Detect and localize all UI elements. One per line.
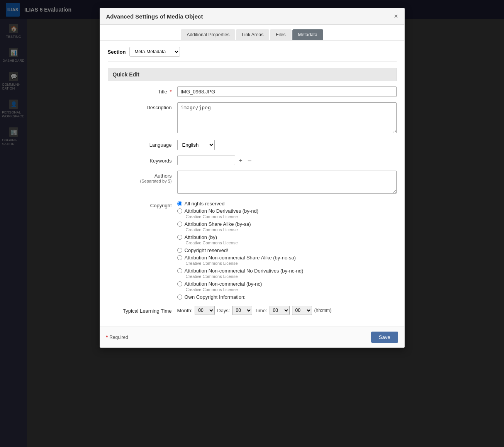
learning-time-row: Typical Learning Time Month: 00010203 04… [108,306,397,315]
tab-metadata[interactable]: Metadata [292,29,323,40]
copyright-label-by-sa: Attribution Share Alike (by-sa) [185,221,251,227]
copyright-radio-by-nc-sa[interactable] [177,255,182,260]
copyright-radio-by-nd[interactable] [177,208,182,213]
title-row: Title * [108,86,397,97]
copyright-control: All rights reserved Attribution No Deriv… [177,200,397,300]
copyright-option-by-nc-nd[interactable]: Attribution Non-commercial No Derivative… [177,268,397,274]
copyright-label-all-rights: All rights reserved [185,201,225,207]
copyright-label-by: Attribution (by) [185,234,217,240]
keyword-add-button[interactable]: + [238,157,244,164]
authors-sublabel: (Separated by $) [108,179,172,183]
required-star: * [106,335,108,340]
copyright-label-by-nd: Attribution No Derivatives (by-nd) [185,208,258,214]
copyright-option-all-rights[interactable]: All rights reserved [177,200,397,207]
title-required-star: * [168,89,172,95]
authors-label: Authors (Separated by $) [108,171,177,183]
authors-control [177,171,397,195]
copyright-option-by-nd[interactable]: Attribution No Derivatives (by-nd) [177,208,397,214]
modal-title: Advanced Settings of Media Object [106,13,203,20]
keyword-remove-button[interactable]: – [246,157,253,164]
copyright-sublabel-by-nc-sa: Creative Commons License [186,261,397,266]
language-row: Language English German French Spanish [108,140,397,150]
title-label: Title * [108,86,177,95]
copyright-radio-by-sa[interactable] [177,222,182,227]
copyright-radio-by-nc-nd[interactable] [177,268,182,273]
copyright-option-by-sa[interactable]: Attribution Share Alike (by-sa) [177,221,397,227]
description-control: image/jpeg [177,102,397,134]
copyright-option-by-nc-sa[interactable]: Attribution Non-commercial Share Alike (… [177,254,397,261]
required-note: * Required [106,335,128,340]
modal-dialog: Advanced Settings of Media Object × Addi… [100,8,405,348]
keywords-control: + – [177,156,397,165]
days-label: Days: [217,308,230,313]
authors-row: Authors (Separated by $) [108,171,397,195]
copyright-option-own[interactable]: Own Copyright Information: [177,294,397,300]
close-button[interactable]: × [394,13,398,20]
time-minutes-select[interactable]: 00051015 20253035 40455055 [292,306,312,315]
copyright-option-by-nc[interactable]: Attribution Non-commercial (by-nc) [177,281,397,287]
copyright-label: Copyright [108,200,177,208]
copyright-radio-group: All rights reserved Attribution No Deriv… [177,200,397,300]
learning-time-control: Month: 00010203 04050607 0809101112 Days… [177,306,397,315]
copyright-label-by-nc-nd: Attribution Non-commercial No Derivative… [185,268,304,274]
copyright-sublabel-by: Creative Commons License [186,240,397,245]
month-label: Month: [177,308,193,313]
copyright-radio-by[interactable] [177,235,182,240]
keywords-row: Keywords + – [108,156,397,165]
language-control: English German French Spanish [177,140,397,150]
time-hours-select[interactable]: 00010203 04050607 08091011 12131415 1617… [270,306,290,315]
learning-time-label: Typical Learning Time [108,306,177,314]
required-text: Required [109,335,128,340]
keyword-input[interactable] [177,156,235,165]
description-label: Description [108,102,177,110]
tab-link-areas[interactable]: Link Areas [236,29,269,40]
authors-textarea[interactable] [177,171,397,194]
section-label: Section [108,49,126,55]
modal-body: Section Meta-Metadata General Technical … [100,41,404,327]
section-row: Section Meta-Metadata General Technical [108,47,397,62]
keywords-label: Keywords [108,156,177,164]
copyright-sublabel-by-sa: Creative Commons License [186,227,397,232]
time-label: Time: [255,308,267,313]
copyright-sublabel-by-nc: Creative Commons License [186,287,397,292]
copyright-radio-by-nc[interactable] [177,281,182,286]
copyright-radio-own[interactable] [177,295,182,300]
tab-files[interactable]: Files [270,29,291,40]
copyright-radio-all-rights[interactable] [177,201,182,206]
days-select[interactable]: 00010203 04050607 080910 [232,306,252,315]
copyright-option-by[interactable]: Attribution (by) [177,234,397,240]
description-textarea[interactable]: image/jpeg [177,102,397,133]
save-button[interactable]: Save [371,332,398,343]
copyright-radio-reserved[interactable] [177,248,182,253]
tab-additional-properties[interactable]: Additional Properties [181,29,235,40]
month-select[interactable]: 00010203 04050607 0809101112 [195,306,215,315]
quick-edit-header: Quick Edit [108,68,397,81]
modal-backdrop: Advanced Settings of Media Object × Addi… [0,0,504,447]
time-hint: (hh:mm) [314,308,332,313]
modal-footer: * Required Save [100,327,404,347]
keywords-input-group: + – [177,156,397,165]
section-select[interactable]: Meta-Metadata General Technical [129,47,180,57]
copyright-sublabel-by-nc-nd: Creative Commons License [186,274,397,279]
description-row: Description image/jpeg [108,102,397,134]
copyright-row: Copyright All rights reserved Attributio… [108,200,397,300]
copyright-label-reserved: Copyright reserved! [185,247,228,253]
copyright-label-own: Own Copyright Information: [185,294,246,300]
language-label: Language [108,140,177,148]
copyright-label-by-nc: Attribution Non-commercial (by-nc) [185,281,262,287]
title-control [177,86,397,97]
language-select[interactable]: English German French Spanish [177,140,215,150]
copyright-option-reserved[interactable]: Copyright reserved! [177,247,397,254]
modal-header: Advanced Settings of Media Object × [100,8,404,25]
modal-tabs: Additional Properties Link Areas Files M… [100,25,404,41]
copyright-label-by-nc-sa: Attribution Non-commercial Share Alike (… [185,255,296,261]
time-inputs: Month: 00010203 04050607 0809101112 Days… [177,306,397,315]
title-input[interactable] [177,86,397,97]
copyright-sublabel-by-nd: Creative Commons License [186,214,397,219]
